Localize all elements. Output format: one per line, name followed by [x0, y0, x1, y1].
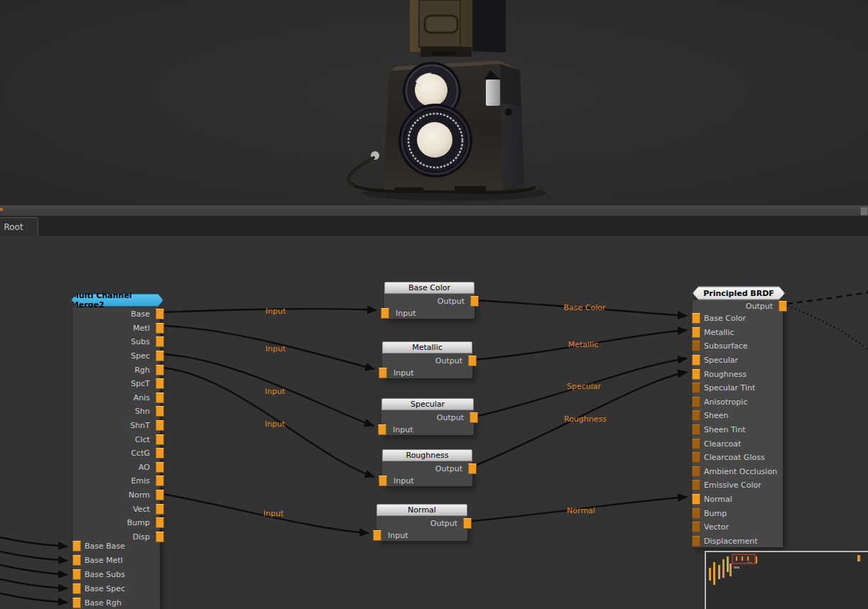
output-port[interactable] — [470, 412, 478, 423]
node-multi-channel-merge2[interactable]: Multi Channel Merge2 Base Metl Subs Spec… — [71, 293, 163, 609]
output-port-spct[interactable] — [156, 378, 164, 389]
port-label: Output — [435, 464, 462, 473]
minimap-node-mark — [857, 555, 860, 561]
specular-header[interactable]: Specular — [381, 398, 474, 410]
wire-in-base-base[interactable] — [0, 537, 67, 547]
input-port-metallic[interactable] — [692, 327, 700, 338]
port-label: Base Spec — [85, 584, 125, 593]
input-port[interactable] — [373, 530, 381, 541]
port-row-clearcoat: Clearcoat — [693, 437, 783, 451]
node-specular[interactable]: Specular Output Input — [381, 398, 474, 435]
node-principled-brdf[interactable]: Principled BRDF Output Base Color Metall… — [693, 286, 785, 547]
input-port-base-rgh[interactable] — [72, 598, 81, 608]
wire-brdf-output-dotted[interactable] — [787, 306, 868, 350]
metallic-header[interactable]: Metallic — [382, 341, 472, 353]
output-port-rgh[interactable] — [156, 365, 164, 375]
output-port-bump[interactable] — [156, 517, 164, 528]
output-port-norm[interactable] — [156, 490, 164, 500]
output-port-base[interactable] — [156, 309, 164, 319]
output-port-ao[interactable] — [156, 462, 164, 473]
minimap-view-rect[interactable] — [732, 554, 756, 564]
graph-minimap[interactable] — [705, 551, 868, 609]
output-port[interactable] — [468, 356, 477, 366]
input-port-specular-tint[interactable] — [692, 383, 700, 393]
output-port-metl[interactable] — [156, 323, 164, 334]
wire-label-metallic: Metallic — [568, 340, 599, 349]
wire-in-base-metl[interactable] — [0, 552, 67, 561]
input-port[interactable] — [381, 308, 389, 319]
port-label: Normal — [704, 495, 732, 504]
port-label: Subs — [131, 337, 150, 346]
port-row-ao: AO — [73, 461, 160, 475]
input-port-base-subs[interactable] — [72, 569, 81, 580]
wire-in-base-rgh[interactable] — [0, 593, 67, 603]
output-port-emis[interactable] — [156, 476, 164, 486]
input-port-base-spec[interactable] — [72, 583, 81, 594]
output-port-spec[interactable] — [156, 351, 164, 361]
input-port-clearcoat-gloss[interactable] — [692, 452, 700, 463]
brdf-output-port[interactable] — [779, 301, 787, 312]
port-row-emis: Emis — [73, 474, 160, 488]
input-port-displacement[interactable] — [692, 536, 700, 547]
output-port-clct[interactable] — [156, 434, 164, 445]
node-metallic[interactable]: Metallic Output Input — [382, 341, 472, 378]
node-roughness[interactable]: Roughness Output Input — [382, 449, 472, 486]
port-label: Subsurface — [704, 341, 748, 351]
output-port-vect[interactable] — [156, 504, 164, 515]
input-port[interactable] — [378, 424, 386, 435]
port-label: Roughness — [704, 370, 747, 379]
input-port-sheen[interactable] — [692, 410, 700, 421]
output-port[interactable] — [463, 518, 472, 529]
port-label: Rgh — [134, 366, 150, 375]
wire-in-base-spec[interactable] — [0, 579, 67, 588]
base-color-header[interactable]: Base Color — [384, 282, 474, 294]
port-label: Clearcoat Gloss — [704, 453, 765, 462]
input-port-subsurface[interactable] — [692, 341, 700, 351]
input-port-anisotropic[interactable] — [692, 397, 700, 407]
input-port-base-base[interactable] — [72, 541, 81, 552]
input-port-sheen-tint[interactable] — [692, 424, 700, 435]
input-port-emissive-color[interactable] — [692, 480, 700, 490]
normal-header[interactable]: Normal — [376, 504, 467, 516]
port-row-specular: Specular — [693, 353, 783, 368]
input-port-base-metl[interactable] — [72, 555, 81, 566]
input-row: Input — [382, 367, 472, 379]
input-port-clearcoat[interactable] — [692, 439, 700, 449]
wire-in-base-subs[interactable] — [0, 565, 67, 575]
port-label: Bump — [704, 509, 727, 518]
output-row: Output — [376, 516, 467, 530]
input-port-roughness[interactable] — [692, 369, 700, 380]
port-label: Sheen — [704, 411, 728, 420]
node-title: Base Color — [408, 283, 450, 292]
output-port-shn[interactable] — [156, 406, 164, 417]
output-row: Output — [384, 294, 474, 307]
output-port-shnt[interactable] — [156, 420, 164, 431]
port-row-subs: Subs — [73, 335, 160, 349]
port-label: Clct — [135, 435, 150, 444]
node-base-color[interactable]: Base Color Output Input — [384, 282, 474, 319]
port-row-ambient-occlusion: Ambient Occlusion — [693, 465, 783, 479]
merge-node-header[interactable]: Multi Channel Merge2 — [71, 293, 163, 307]
roughness-header[interactable]: Roughness — [382, 449, 472, 461]
output-port[interactable] — [468, 463, 477, 474]
input-port[interactable] — [379, 368, 387, 378]
port-row-vect: Vect — [73, 502, 160, 516]
input-port-bump[interactable] — [692, 508, 700, 519]
port-row-displacement: Displacement — [693, 534, 783, 549]
input-port-specular[interactable] — [692, 355, 700, 366]
output-port[interactable] — [470, 296, 479, 307]
input-port-normal[interactable] — [692, 494, 700, 505]
input-port-base-color[interactable] — [692, 313, 700, 324]
output-port-cctg[interactable] — [156, 448, 164, 459]
input-port-vector[interactable] — [692, 522, 700, 532]
input-port-ambient-occlusion[interactable] — [692, 466, 700, 477]
brdf-node-header[interactable]: Principled BRDF — [693, 286, 785, 300]
port-label: Vector — [704, 522, 729, 532]
minimap-node-mark — [713, 562, 715, 585]
output-port-anis[interactable] — [156, 393, 164, 403]
wire-brdf-output-dashed[interactable] — [787, 292, 868, 304]
port-label: Bump — [127, 518, 150, 527]
input-port[interactable] — [379, 476, 387, 486]
node-normal[interactable]: Normal Output Input — [376, 504, 467, 541]
output-port-subs[interactable] — [156, 336, 164, 347]
